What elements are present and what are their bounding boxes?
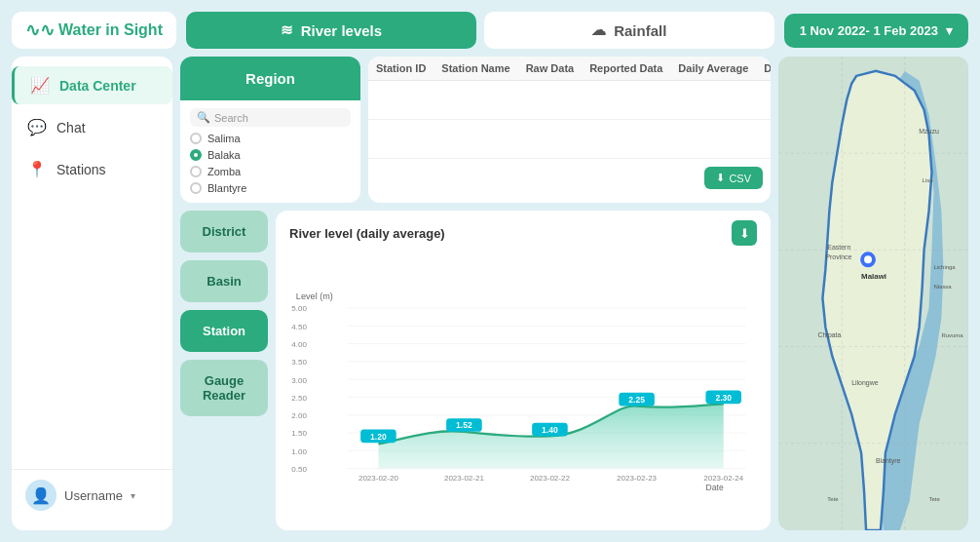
col-station-name: Station Name (433, 57, 517, 81)
map-svg: Mzuzu Lisa Eastern Province Malawi Lichi… (778, 57, 968, 530)
svg-point-39 (864, 255, 872, 263)
svg-text:Lisa: Lisa (923, 177, 934, 183)
svg-text:Province: Province (825, 253, 851, 260)
svg-text:2.50: 2.50 (291, 394, 307, 403)
region-search[interactable]: 🔍 Search (190, 108, 351, 127)
tab-rainfall[interactable]: ☁ Rainfall (484, 12, 774, 49)
region-salima-label: Salima (207, 133, 241, 144)
date-range-label: 1 Nov 2022- 1 Feb 2023 (800, 23, 938, 38)
svg-text:3.50: 3.50 (291, 358, 307, 367)
chevron-down-icon: ▾ (946, 23, 953, 38)
logo-wave-icon: ∿∿ (25, 19, 55, 41)
chart-header: River level (daily average) ⬇ (289, 220, 757, 246)
svg-text:4.00: 4.00 (291, 340, 307, 349)
svg-text:Chipata: Chipata (817, 331, 841, 339)
region-option-balaka[interactable]: Balaka (190, 148, 351, 162)
user-profile[interactable]: 👤 Username ▾ (12, 469, 172, 521)
region-blantyre-label: Blantyre (207, 182, 246, 194)
svg-text:2023-02-21: 2023-02-21 (444, 474, 484, 483)
svg-text:5.00: 5.00 (291, 304, 307, 313)
col-daily-avg: Daily Average (670, 57, 756, 81)
main-content: 📈 Data Center 💬 Chat 📍 Stations 👤 Userna… (12, 57, 968, 530)
svg-text:Lichinga: Lichinga (933, 264, 956, 270)
csv-download-button[interactable]: ⬇ CSV (704, 167, 763, 189)
download-icon: ⬇ (716, 172, 725, 184)
sidebar-item-chat[interactable]: 💬 Chat (12, 108, 172, 146)
search-placeholder: Search (214, 112, 248, 124)
date-picker[interactable]: 1 Nov 2022- 1 Feb 2023 ▾ (784, 14, 968, 48)
svg-text:1.00: 1.00 (291, 447, 307, 456)
chart-icon: 📈 (30, 76, 50, 95)
river-level-chart: Level (m) 5.00 4.50 4.00 3.50 3.00 (289, 252, 757, 521)
username-label: Username (64, 488, 123, 503)
svg-text:4.50: 4.50 (291, 323, 307, 331)
region-option-zomba[interactable]: Zomba (190, 165, 351, 178)
region-filter-panel: Region 🔍 Search Salima Bal (180, 57, 360, 203)
svg-text:Niassa: Niassa (933, 284, 952, 290)
svg-text:Tete: Tete (827, 496, 839, 502)
wave-icon: ≋ (281, 21, 293, 39)
chart-panel: River level (daily average) ⬇ Level (m) … (276, 211, 771, 530)
filter-btn-basin[interactable]: Basin (180, 260, 268, 302)
svg-text:Malawi: Malawi (861, 272, 886, 281)
svg-text:3.00: 3.00 (291, 376, 307, 385)
svg-text:2.00: 2.00 (291, 411, 307, 420)
region-option-salima[interactable]: Salima (190, 132, 351, 145)
map-panel: Mzuzu Lisa Eastern Province Malawi Lichi… (778, 57, 968, 530)
svg-text:1.50: 1.50 (291, 429, 307, 438)
svg-text:2023-02-24: 2023-02-24 (703, 474, 743, 483)
sidebar-item-data-center[interactable]: 📈 Data Center (12, 66, 172, 104)
svg-text:2.25: 2.25 (628, 395, 645, 405)
chart-download-button[interactable]: ⬇ (732, 220, 757, 246)
svg-text:Date: Date (706, 483, 724, 492)
radio-blantyre (190, 182, 202, 194)
svg-text:2.30: 2.30 (715, 393, 732, 403)
filter-btn-gauge-reader[interactable]: Gauge Reader (180, 360, 268, 416)
csv-button-area: ⬇ CSV (368, 159, 771, 193)
sidebar-item-chat-label: Chat (57, 120, 86, 136)
radio-zomba (190, 166, 202, 177)
col-raw-data: Raw Data (518, 57, 583, 81)
radio-balaka (190, 149, 202, 161)
upper-section: Region 🔍 Search Salima Bal (180, 57, 771, 203)
app-name: Water in Sight (58, 21, 163, 39)
radio-salima (190, 133, 202, 144)
chart-title: River level (daily average) (289, 226, 445, 241)
pin-icon: 📍 (27, 160, 47, 178)
svg-text:Ruvuma: Ruvuma (941, 332, 963, 338)
region-option-blantyre[interactable]: Blantyre (190, 181, 351, 195)
avatar: 👤 (25, 480, 57, 511)
svg-text:Tete: Tete (929, 496, 941, 502)
y-axis-label: Level (m) (296, 291, 333, 301)
svg-text:Mzuzu: Mzuzu (919, 128, 939, 135)
svg-text:Lilongwe: Lilongwe (851, 379, 879, 387)
chart-area: Level (m) 5.00 4.50 4.00 3.50 3.00 (289, 252, 757, 521)
col-station-id: Station ID (368, 57, 433, 81)
user-chevron-icon: ▾ (131, 490, 135, 501)
tab-river-levels-label: River levels (301, 22, 382, 39)
filter-btn-district[interactable]: District (180, 211, 268, 252)
center-panel: Region 🔍 Search Salima Bal (180, 57, 771, 530)
data-table-wrapper: Station ID Station Name Raw Data Reporte… (368, 57, 771, 203)
table-row (368, 120, 771, 159)
filter-btn-station[interactable]: Station (180, 310, 268, 352)
app-logo: ∿∿ Water in Sight (12, 12, 176, 49)
cloud-icon: ☁ (591, 21, 606, 39)
svg-text:2023-02-22: 2023-02-22 (530, 474, 570, 483)
sidebar: 📈 Data Center 💬 Chat 📍 Stations 👤 Userna… (12, 57, 172, 530)
sidebar-item-stations[interactable]: 📍 Stations (12, 150, 172, 188)
top-bar: ∿∿ Water in Sight ≋ River levels ☁ Rainf… (12, 12, 968, 49)
region-zomba-label: Zomba (207, 166, 241, 177)
svg-text:2023-02-23: 2023-02-23 (617, 474, 657, 483)
tab-rainfall-label: Rainfall (614, 22, 666, 39)
sidebar-item-stations-label: Stations (57, 162, 106, 177)
region-options: 🔍 Search Salima Balaka (180, 100, 360, 203)
left-filter-buttons: District Basin Station Gauge Reader (180, 211, 268, 530)
sidebar-item-data-center-label: Data Center (59, 78, 136, 94)
data-table: Station ID Station Name Raw Data Reporte… (368, 57, 771, 159)
csv-label: CSV (729, 173, 751, 184)
svg-text:1.20: 1.20 (370, 432, 387, 442)
tab-river-levels[interactable]: ≋ River levels (186, 12, 476, 49)
svg-text:2023-02-20: 2023-02-20 (358, 474, 398, 483)
svg-text:0.50: 0.50 (291, 465, 307, 474)
